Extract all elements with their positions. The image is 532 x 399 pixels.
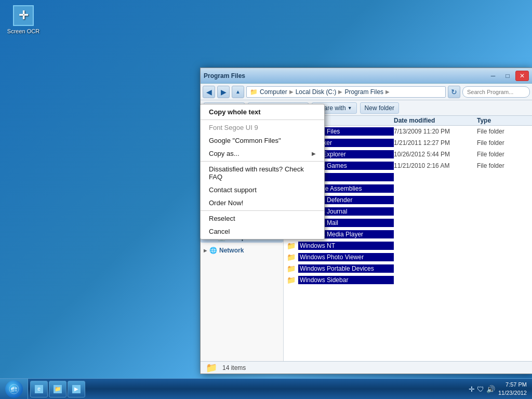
folder-icon: 📁 [287, 276, 295, 284]
path-folder-icon: 📁 [250, 88, 258, 96]
search-input[interactable] [462, 86, 530, 98]
status-bar: 📁 14 items [201, 361, 532, 374]
ctx-copy-whole-text[interactable]: Copy whole text [201, 105, 324, 118]
windows-orb-icon [5, 380, 23, 398]
tray-icons: ✛ 🛡 🔊 [469, 385, 495, 393]
taskbar: e 📁 ▶ ✛ 🛡 🔊 7:57 PM 11/23/2012 [0, 378, 532, 399]
column-date-header[interactable]: Date modified [394, 117, 477, 124]
file-item-windows-nt[interactable]: 📁 Windows NT [284, 240, 532, 251]
forward-button[interactable]: ▶ [217, 86, 230, 98]
network-label: Network [219, 247, 244, 254]
ctx-copy-as-arrow-icon: ▶ [312, 151, 316, 156]
ctx-copy-as-label: Copy as... [209, 150, 240, 157]
file-name: Windows Sidebar [298, 276, 394, 284]
path-sep-1: ▶ [289, 89, 294, 95]
file-date: 1/21/2011 12:27 PM [394, 139, 477, 147]
path-segment-computer[interactable]: Computer [260, 88, 287, 96]
ctx-separator-1 [201, 119, 324, 120]
sidebar-item-network[interactable]: ▶ 🌐 Network [201, 245, 283, 256]
file-name: Windows NT [298, 242, 394, 250]
taskbar-explorer-button[interactable]: 📁 [49, 381, 66, 397]
clock-time: 7:57 PM [498, 381, 527, 389]
screen-ocr-icon: ✛ [13, 5, 34, 26]
tray-network-icon[interactable]: ✛ [469, 385, 475, 393]
ctx-contact-support[interactable]: Contact support [201, 183, 324, 196]
folder-icon: 📁 [287, 253, 295, 261]
ctx-cancel[interactable]: Cancel [201, 225, 324, 238]
path-sep-3: ▶ [385, 89, 390, 95]
tray-speaker-icon[interactable]: 🔊 [486, 385, 495, 393]
clock-date: 11/23/2012 [498, 389, 527, 397]
ctx-copy-whole-text-label: Copy whole text [209, 108, 261, 116]
start-button[interactable] [0, 379, 28, 400]
ctx-reselect-label: Reselect [209, 215, 235, 222]
file-name: Windows Photo Viewer [298, 253, 394, 261]
path-segment-disk[interactable]: Local Disk (C:) [296, 88, 337, 96]
file-item-windows-sidebar[interactable]: 📁 Windows Sidebar [284, 274, 532, 286]
refresh-button[interactable]: ↻ [448, 86, 460, 98]
taskbar-tray: ✛ 🛡 🔊 7:57 PM 11/23/2012 [463, 381, 532, 397]
file-name: Windows Portable Devices [298, 264, 394, 273]
ctx-separator-2 [201, 161, 324, 162]
new-folder-label: New folder [365, 104, 394, 112]
address-bar: ◀ ▶ ▲ 📁 Computer ▶ Local Disk (C:) ▶ Pro… [201, 84, 532, 100]
window-title: Program Files [204, 72, 486, 79]
ctx-order-now-label: Order Now! [209, 199, 243, 207]
window-controls: ─ □ ✕ [486, 71, 529, 81]
folder-icon: 📁 [287, 242, 295, 250]
system-clock[interactable]: 7:57 PM 11/23/2012 [498, 381, 527, 397]
screen-ocr-label: Screen OCR [7, 28, 39, 34]
network-icon: 🌐 [209, 246, 217, 255]
context-menu: Copy whole text Font Segoe UI 9 Google "… [200, 104, 325, 240]
ctx-dissatisfied-label: Dissatisfied with results? Check FAQ [209, 165, 316, 181]
ctx-dissatisfied[interactable]: Dissatisfied with results? Check FAQ [201, 163, 324, 183]
address-path[interactable]: 📁 Computer ▶ Local Disk (C:) ▶ Program F… [246, 86, 446, 98]
ctx-font-label: Font Segoe UI 9 [209, 124, 258, 131]
file-type: File folder [477, 128, 529, 135]
close-button[interactable]: ✕ [515, 71, 529, 81]
file-type: File folder [477, 151, 529, 158]
taskbar-media-button[interactable]: ▶ [68, 381, 85, 397]
folder-icon: 📁 [287, 264, 295, 273]
file-item-windows-portable-devices[interactable]: 📁 Windows Portable Devices [284, 263, 532, 274]
share-arrow-icon: ▼ [348, 105, 352, 111]
ctx-order-now[interactable]: Order Now! [201, 196, 324, 209]
path-sep-2: ▶ [338, 89, 342, 95]
ctx-font-info: Font Segoe UI 9 [201, 121, 324, 134]
taskbar-media-icon: ▶ [72, 385, 81, 393]
taskbar-ie-icon: e [35, 385, 43, 393]
ctx-google-search-label: Google "Common Files" [209, 137, 281, 144]
maximize-button[interactable]: □ [501, 71, 514, 81]
file-type: File folder [477, 139, 529, 147]
tray-security-icon[interactable]: 🛡 [477, 385, 484, 393]
status-text: 14 items [222, 364, 246, 371]
file-type: File folder [477, 162, 529, 169]
ctx-separator-3 [201, 210, 324, 211]
taskbar-explorer-icon: 📁 [54, 385, 62, 393]
ctx-copy-as[interactable]: Copy as... ▶ [201, 147, 324, 160]
file-date: 11/21/2010 2:16 AM [394, 162, 477, 169]
path-segment-programfiles[interactable]: Program Files [344, 88, 383, 96]
window-titlebar: Program Files ─ □ ✕ [201, 68, 532, 84]
ctx-contact-support-label: Contact support [209, 186, 257, 194]
file-date: 7/13/2009 11:20 PM [394, 128, 477, 135]
back-button[interactable]: ◀ [203, 86, 215, 98]
network-section: ▶ 🌐 Network [201, 245, 283, 256]
taskbar-ie-button[interactable]: e [30, 381, 48, 397]
desktop: ✛ Screen OCR Program Files ─ □ ✕ ◀ ▶ ▲ 📁… [0, 0, 532, 399]
column-type-header[interactable]: Type [477, 117, 529, 124]
screen-ocr-desktop-icon[interactable]: ✛ Screen OCR [5, 5, 42, 34]
ctx-cancel-label: Cancel [209, 228, 230, 235]
file-date: 10/26/2012 5:44 PM [394, 151, 477, 158]
ctx-google-search[interactable]: Google "Common Files" [201, 134, 324, 147]
network-arrow-icon: ▶ [204, 248, 207, 253]
status-folder-icon: 📁 [206, 362, 217, 374]
new-folder-button[interactable]: New folder [360, 102, 399, 114]
file-item-windows-photo-viewer[interactable]: 📁 Windows Photo Viewer [284, 251, 532, 263]
up-button[interactable]: ▲ [232, 86, 244, 98]
minimize-button[interactable]: ─ [486, 71, 500, 81]
ctx-reselect[interactable]: Reselect [201, 212, 324, 225]
taskbar-items: e 📁 ▶ [28, 379, 463, 399]
